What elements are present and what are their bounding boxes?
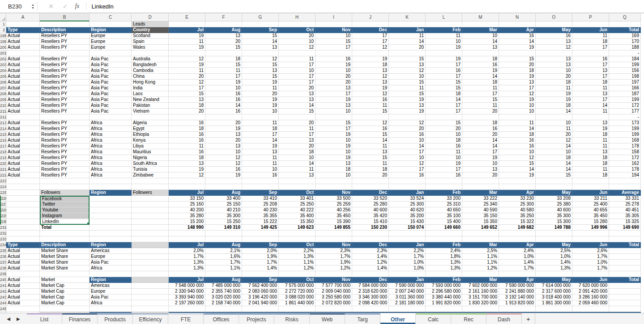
- cell-D209[interactable]: New Zealand: [132, 97, 169, 103]
- cell-M237[interactable]: 1,1%: [462, 260, 499, 265]
- cell-Q232[interactable]: [609, 231, 641, 236]
- cell-I216[interactable]: 10: [316, 138, 352, 143]
- cell-J212[interactable]: [352, 114, 389, 120]
- cell-N238[interactable]: 1,7%: [499, 265, 536, 271]
- cell-O221[interactable]: 14: [536, 167, 572, 173]
- cell-C226[interactable]: [90, 196, 132, 202]
- cell-J220[interactable]: 11: [352, 161, 389, 167]
- cell-B242[interactable]: Market Cap: [40, 289, 90, 295]
- cell-P242[interactable]: 2 091 420 000: [572, 289, 609, 295]
- cell-H211[interactable]: 15: [279, 109, 316, 114]
- cell-A240[interactable]: Actual: [6, 277, 40, 283]
- cell-E201[interactable]: [169, 50, 205, 56]
- cell-A211[interactable]: Actual: [6, 109, 40, 114]
- cell-P200[interactable]: 17: [572, 45, 609, 50]
- cell-L207[interactable]: 15: [426, 85, 462, 91]
- row-header-220[interactable]: 220: [0, 161, 6, 167]
- cell-D212[interactable]: [132, 114, 169, 120]
- cell-I215[interactable]: 19: [316, 132, 352, 138]
- cell-N199[interactable]: 14: [499, 39, 536, 45]
- cell-F200[interactable]: 15: [205, 45, 242, 50]
- cell-H229[interactable]: 35 400: [279, 213, 316, 219]
- cell-L206[interactable]: 15: [426, 80, 462, 85]
- cell-J243[interactable]: 3 346 300 000: [352, 295, 389, 300]
- cell-E237[interactable]: 1,3%: [169, 260, 205, 265]
- cell-J228[interactable]: 40 600: [352, 207, 389, 213]
- cell-K204[interactable]: 12: [389, 68, 426, 74]
- cell-L199[interactable]: 10: [426, 39, 462, 45]
- cell-D245[interactable]: [132, 306, 169, 312]
- cell-E232[interactable]: [169, 231, 205, 236]
- cell-E219[interactable]: 18: [169, 155, 205, 161]
- cell-Q227[interactable]: 25 278: [609, 202, 641, 207]
- cell-K202[interactable]: 15: [389, 56, 426, 62]
- cell-A220[interactable]: Actual: [6, 161, 40, 167]
- cell-D200[interactable]: Wales: [132, 45, 169, 50]
- cell-Q240[interactable]: Total: [609, 277, 641, 283]
- cell-H204[interactable]: 10: [279, 68, 316, 74]
- cell-L212[interactable]: [426, 114, 462, 120]
- cell-A221[interactable]: Actual: [6, 167, 40, 173]
- cell-G236[interactable]: 1,9%: [242, 254, 279, 260]
- cell-I245[interactable]: [316, 306, 352, 312]
- cell-B219[interactable]: Resellers PY: [40, 155, 90, 161]
- cell-P234[interactable]: Jun: [572, 242, 609, 248]
- cell-O232[interactable]: [536, 231, 572, 236]
- row-header-235[interactable]: 235: [0, 248, 6, 254]
- cell-D236[interactable]: [132, 254, 169, 260]
- cell-N241[interactable]: 7 590 000 000: [499, 283, 536, 289]
- cell-I232[interactable]: [316, 231, 352, 236]
- cell-O231[interactable]: 149 788: [536, 225, 572, 231]
- cell-M238[interactable]: 1,2%: [462, 265, 499, 271]
- cell-C211[interactable]: Asia Pac: [90, 109, 132, 114]
- cell-J244[interactable]: 2 098 420 000: [352, 300, 389, 306]
- cell-C216[interactable]: Africa: [90, 138, 132, 143]
- cell-E225[interactable]: Jul: [169, 190, 205, 196]
- cell-N229[interactable]: 35 250: [499, 213, 536, 219]
- cell-O244[interactable]: 1 861 300 000: [536, 300, 572, 306]
- cell-D199[interactable]: Spain: [132, 39, 169, 45]
- cell-L218[interactable]: 11: [426, 149, 462, 155]
- cell-F236[interactable]: 1,6%: [205, 254, 242, 260]
- cell-J221[interactable]: 18: [352, 167, 389, 173]
- cell-O218[interactable]: 10: [536, 149, 572, 155]
- cell-O227[interactable]: 25 380: [536, 202, 572, 207]
- cell-F244[interactable]: 2 158 740 000: [205, 300, 242, 306]
- cell-P1[interactable]: [572, 21, 609, 27]
- cell-F1[interactable]: [205, 21, 242, 27]
- cell-E231[interactable]: 148 990: [169, 225, 205, 231]
- row-header-203[interactable]: 203: [0, 62, 6, 68]
- cell-C204[interactable]: Asia Pac: [90, 68, 132, 74]
- cell-Q235[interactable]: [609, 248, 641, 254]
- cell-L235[interactable]: 2,4%: [426, 248, 462, 254]
- formula-input[interactable]: LinkedIn: [92, 3, 114, 10]
- cell-C199[interactable]: Europe: [90, 39, 132, 45]
- cell-Q2[interactable]: Total: [609, 27, 641, 33]
- cell-G198[interactable]: 15: [242, 33, 279, 39]
- cell-J238[interactable]: 1,4%: [352, 265, 389, 271]
- cell-M221[interactable]: 13: [462, 167, 499, 173]
- cell-B231[interactable]: Total: [40, 225, 90, 231]
- cell-Q241[interactable]: [609, 283, 641, 289]
- cell-Q223[interactable]: [609, 178, 641, 184]
- tab-next-icon[interactable]: ▶: [17, 316, 20, 321]
- cell-B238[interactable]: Market Share: [40, 265, 90, 271]
- cell-D216[interactable]: Kenya: [132, 138, 169, 143]
- cell-F199[interactable]: 20: [205, 39, 242, 45]
- cell-J214[interactable]: 16: [352, 126, 389, 132]
- cell-C243[interactable]: Asia Pac: [90, 295, 132, 300]
- cell-P237[interactable]: 1,0%: [572, 260, 609, 265]
- cell-N237[interactable]: 1,4%: [499, 260, 536, 265]
- cell-N204[interactable]: 18: [499, 68, 536, 74]
- column-header-M[interactable]: M: [462, 13, 499, 21]
- cell-L220[interactable]: 19: [426, 161, 462, 167]
- cell-F203[interactable]: 15: [205, 62, 242, 68]
- cell-F209[interactable]: 16: [205, 97, 242, 103]
- cell-Q206[interactable]: 197: [609, 80, 641, 85]
- cell-E210[interactable]: 18: [169, 103, 205, 109]
- cell-B215[interactable]: Resellers PY: [40, 132, 90, 138]
- cell-O233[interactable]: [536, 236, 572, 242]
- cell-D217[interactable]: Libya: [132, 143, 169, 149]
- cell-P205[interactable]: 17: [572, 74, 609, 80]
- cell-H234[interactable]: Oct: [279, 242, 316, 248]
